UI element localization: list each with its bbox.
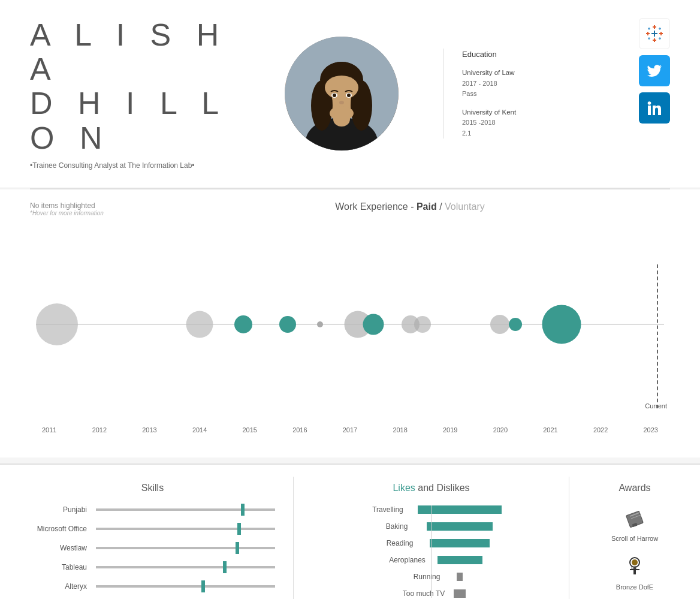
year-2023: 2023 <box>644 426 658 434</box>
likes-chart: Travelling Baking Reading Aeroplanes Run… <box>306 505 557 598</box>
awards-section: Awards Scroll of Harrow D E Bronze DofE <box>569 477 700 599</box>
likes-bar-3 <box>437 556 482 564</box>
photo-area <box>276 37 408 150</box>
timeline-left-info: No items highlighted *Hover for more inf… <box>30 201 150 216</box>
likes-label-3: Aeroplanes <box>381 556 435 564</box>
likes-bar-4 <box>457 573 463 581</box>
edu-school-1-name: University of Law <box>462 67 521 78</box>
twitter-svg <box>646 62 663 79</box>
edu-school-2-dates: 2015 -2018 <box>462 118 521 128</box>
twitter-icon[interactable] <box>639 55 670 86</box>
skill-marker-4 <box>201 580 205 592</box>
hover-hint: *Hover for more information <box>30 210 150 216</box>
work-exp-voluntary: Voluntary <box>445 201 485 212</box>
year-2016: 2016 <box>292 426 307 434</box>
edu-school-2-grade: 2.1 <box>462 128 521 139</box>
subtitle: •Trainee Consulting Analyst at The Infor… <box>30 161 240 170</box>
timeline-header: No items highlighted *Hover for more inf… <box>30 201 670 216</box>
year-2013: 2013 <box>142 426 156 434</box>
timeline-dot-10[interactable] <box>490 315 509 334</box>
edu-school-1-dates: 2017 - 2018 <box>462 79 521 89</box>
profile-photo <box>285 37 399 150</box>
current-label: Current <box>645 402 667 410</box>
svg-point-9 <box>325 76 358 100</box>
last-name: D H I L L O N <box>30 86 240 155</box>
linkedin-svg <box>646 100 663 116</box>
skill-row-1: Microsoft Office <box>30 525 275 533</box>
likes-label-5: Too much TV <box>397 589 451 598</box>
timeline-section: No items highlighted *Hover for more inf… <box>0 189 700 457</box>
timeline-dot-5[interactable] <box>317 321 323 327</box>
skill-marker-0 <box>241 504 245 516</box>
work-exp-title: Work Experience - Paid / Voluntary <box>150 201 670 212</box>
svg-point-42 <box>632 559 638 565</box>
likes-bar-2 <box>430 539 490 547</box>
timeline-dot-7[interactable] <box>363 314 384 335</box>
social-icons <box>639 18 670 124</box>
header-section: A L I S H A D H I L L O N •Trainee Consu… <box>0 0 700 188</box>
likes-section: Likes and Dislikes Travelling Baking Rea… <box>294 477 569 599</box>
year-2014: 2014 <box>192 426 207 434</box>
first-name: A L I S H A <box>30 18 240 86</box>
year-2012: 2012 <box>92 426 107 434</box>
likes-label-4: Running <box>400 573 454 581</box>
skills-title: Skills <box>30 483 275 493</box>
timeline-dot-4[interactable] <box>279 316 296 333</box>
likes-label-2: Reading <box>373 539 427 547</box>
skill-label-1: Microsoft Office <box>30 525 96 533</box>
year-2022: 2022 <box>593 426 608 434</box>
edu-school-2-name: University of Kent <box>462 107 521 118</box>
svg-rect-33 <box>659 37 660 40</box>
likes-label-1: Baking <box>370 522 424 531</box>
timeline-dot-9[interactable] <box>414 316 431 333</box>
timeline-container: Current <box>24 228 676 420</box>
timeline-dot-11[interactable] <box>509 318 522 331</box>
work-exp-sep: / <box>437 201 445 212</box>
year-2019: 2019 <box>443 426 457 434</box>
awards-container: Scroll of Harrow D E Bronze DofE graduat… <box>581 505 688 599</box>
svg-rect-25 <box>654 31 655 37</box>
work-exp-prefix: Work Experience - <box>335 201 417 212</box>
timeline-dot-1[interactable] <box>36 303 78 345</box>
svg-point-14 <box>339 101 344 104</box>
skill-label-0: Punjabi <box>30 505 96 514</box>
svg-rect-29 <box>659 28 660 30</box>
year-2015: 2015 <box>243 426 257 434</box>
tableau-svg <box>644 23 665 44</box>
skill-label-4: Alteryx <box>30 582 96 591</box>
timeline-dot-2[interactable] <box>186 311 213 338</box>
year-2021: 2021 <box>543 426 557 434</box>
svg-rect-21 <box>647 32 648 35</box>
award-item-1: D E Bronze DofE <box>581 554 688 591</box>
award-icon-1: D E <box>621 554 648 581</box>
scroll-icon-svg <box>623 507 647 531</box>
svg-point-35 <box>648 101 651 105</box>
svg-rect-19 <box>654 38 655 42</box>
year-2020: 2020 <box>493 426 508 434</box>
timeline-dot-12[interactable] <box>542 305 581 344</box>
award-label-0: Scroll of Harrow <box>611 535 658 542</box>
bottom-section: Skills Punjabi Microsoft Office Westlaw … <box>0 463 700 599</box>
profile-photo-svg <box>285 37 399 150</box>
svg-rect-34 <box>648 106 651 115</box>
skill-row-0: Punjabi <box>30 505 275 514</box>
skill-bar-4 <box>96 585 275 588</box>
skill-marker-1 <box>237 523 241 535</box>
likes-bar-1 <box>427 522 493 531</box>
skill-marker-3 <box>223 561 227 573</box>
linkedin-icon[interactable] <box>639 92 670 124</box>
skill-label-3: Tableau <box>30 563 96 571</box>
svg-text:E: E <box>634 565 637 570</box>
likes-word: Likes <box>393 483 415 493</box>
skill-label-2: Westlaw <box>30 544 96 552</box>
likes-bar-5 <box>454 589 466 598</box>
skills-section: Skills Punjabi Microsoft Office Westlaw … <box>0 477 294 599</box>
timeline-dot-3[interactable] <box>234 315 252 333</box>
edu-school-2: University of Kent 2015 -2018 2.1 <box>462 107 521 139</box>
svg-point-12 <box>333 94 336 97</box>
year-2011: 2011 <box>42 426 56 434</box>
tableau-icon[interactable] <box>639 18 670 49</box>
likes-label-0: Travelling <box>361 505 415 514</box>
skills-container: Punjabi Microsoft Office Westlaw Tableau… <box>30 505 275 591</box>
skill-row-2: Westlaw <box>30 544 275 552</box>
